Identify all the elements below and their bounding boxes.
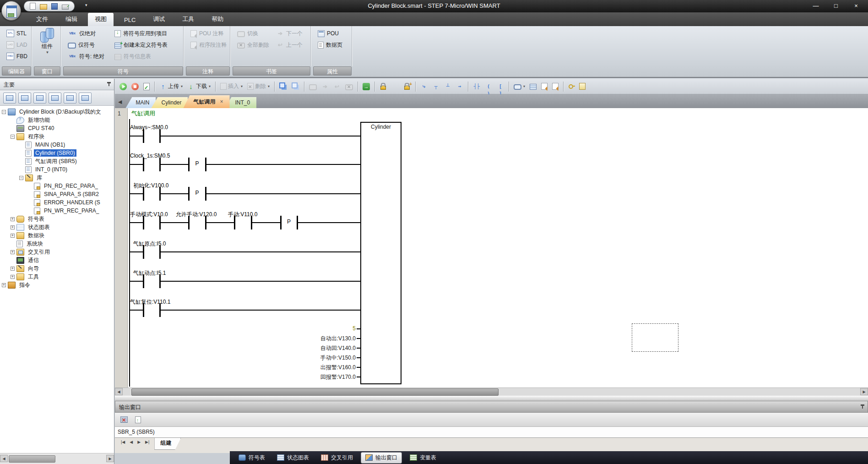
function-block[interactable] xyxy=(360,122,401,384)
statusbar-状态图表[interactable]: 状态图表 xyxy=(273,453,313,463)
toolbar-lock-add-button[interactable] xyxy=(401,80,412,93)
selection-rectangle[interactable] xyxy=(632,323,678,352)
nav-symbol-tool-button[interactable] xyxy=(3,93,16,104)
tree-item-交叉引用[interactable]: +交叉引用 xyxy=(0,248,114,256)
toolbar-download-button[interactable]: ↓下载▾ xyxy=(185,80,212,93)
ribbon-button-STL[interactable]: STLSTL xyxy=(5,28,29,38)
tree-item-Cylinder (SBR0)[interactable]: Cylinder (SBR0) xyxy=(0,149,114,157)
tree-item-INT_0 (INT0)[interactable]: INT_0 (INT0) xyxy=(0,165,114,174)
menu-调试[interactable]: 调试 xyxy=(146,13,172,26)
tree-item-SINA_PARA_S (SBR2[interactable]: SINA_PARA_S (SBR2 xyxy=(0,190,114,198)
tree-item-符号表[interactable]: +符号表 xyxy=(0,215,114,223)
collapse-icon[interactable]: − xyxy=(11,135,15,139)
tree-item-Cylinder Block (D:\Backup\我的文[interactable]: −Cylinder Block (D:\Backup\我的文 xyxy=(0,108,114,116)
maximize-button[interactable]: □ xyxy=(826,0,846,12)
toolbar-stop-button[interactable] xyxy=(130,80,141,93)
tree-item-向导[interactable]: +向导 xyxy=(0,264,114,273)
toolbar-password-button[interactable] xyxy=(566,80,576,93)
export-output-button[interactable] xyxy=(133,413,143,426)
scroll-right-icon[interactable]: ▶ xyxy=(106,455,114,462)
output-nav-3-button[interactable]: ▶| xyxy=(143,438,152,446)
tree-item-通信[interactable]: 通信 xyxy=(0,256,114,264)
menu-编辑[interactable]: 编辑 xyxy=(59,13,84,26)
toolbar-compile-button[interactable] xyxy=(141,80,152,93)
tree-item-气缸调用 (SBR5)[interactable]: 气缸调用 (SBR5) xyxy=(0,157,114,165)
toolbar-branch-merge-button[interactable]: ┬ xyxy=(430,80,441,93)
nav-grid-tool-button[interactable] xyxy=(49,93,61,104)
toolbar-insert-coil-button[interactable]: ( ) xyxy=(483,80,494,93)
tree-item-PN_WR_REC_PARA_[interactable]: PN_WR_REC_PARA_ xyxy=(0,207,114,215)
scrollbar-thumb[interactable] xyxy=(131,388,499,396)
sidebar-hscrollbar[interactable]: ◀ ▶ xyxy=(0,453,114,464)
tree-item-程序块[interactable]: −程序块 xyxy=(0,132,114,141)
toolbar-address-table-button[interactable] xyxy=(528,80,538,93)
statusbar-符号表[interactable]: 符号表 xyxy=(234,453,269,463)
toolbar-upload-button[interactable]: ↑上传▾ xyxy=(157,80,184,93)
menu-帮助[interactable]: 帮助 xyxy=(205,13,230,26)
menu-文件[interactable]: 文件 xyxy=(29,13,55,26)
ribbon-button-创建未定义符号表[interactable]: 创建未定义符号表 xyxy=(113,40,169,50)
scroll-right-icon[interactable]: ▶ xyxy=(860,388,868,395)
tab-气缸调用[interactable]: 气缸调用× xyxy=(183,95,229,108)
toolbar-insert-contact-button[interactable]: ┤├ xyxy=(471,80,482,93)
scroll-left-icon[interactable]: ◀ xyxy=(115,388,123,395)
toolbar-branch-up-button[interactable]: ┴ xyxy=(442,80,453,93)
toolbar-goto-button[interactable] xyxy=(361,80,372,93)
toolbar-branch-down-button[interactable]: ⤷ xyxy=(418,80,429,93)
ribbon-button-FBD[interactable]: FBDFBD xyxy=(5,51,29,61)
ribbon-button-POU[interactable]: POU xyxy=(316,28,344,38)
ribbon-button-仅符号[interactable]: 仅符号 xyxy=(66,40,106,50)
toolbar-pou-comment-toggle-button[interactable] xyxy=(539,80,549,93)
tab-Cylinder[interactable]: Cylinder xyxy=(151,97,188,108)
toolbar-line-right-button[interactable]: → xyxy=(454,80,465,93)
tab-scroll-left-icon[interactable]: ◀ xyxy=(118,99,122,105)
toolbar-tile-windows-button[interactable] xyxy=(290,80,301,93)
scrollbar-thumb[interactable] xyxy=(9,455,55,463)
toolbar-properties-button[interactable] xyxy=(577,80,587,93)
toolbar-cascade-windows-button[interactable] xyxy=(277,80,289,93)
output-nav-0-button[interactable]: |◀ xyxy=(119,438,127,446)
tree-item-系统块[interactable]: 系统块 xyxy=(0,240,114,248)
tree-item-数据块[interactable]: +数据块 xyxy=(0,231,114,240)
expand-icon[interactable]: + xyxy=(11,267,15,271)
tree-item-CPU ST40[interactable]: CPU ST40 xyxy=(0,124,114,132)
ribbon-button-符号: 绝对[interactable]: VBx符号: 绝对 xyxy=(66,51,106,61)
tab-INT_0[interactable]: INT_0 xyxy=(225,97,257,108)
tree-item-PN_RD_REC_PARA_[interactable]: PN_RD_REC_PARA_ xyxy=(0,182,114,190)
output-nav-1-button[interactable]: ◀ xyxy=(127,438,135,446)
toolbar-lock-button[interactable] xyxy=(378,80,389,93)
ribbon-button-仅绝对[interactable]: VBx仅绝对 xyxy=(66,28,106,38)
ribbon-button-将符号应用到项目[interactable]: 将符号应用到项目 xyxy=(113,28,169,38)
app-menu-button[interactable] xyxy=(1,1,21,21)
ribbon-button-组件[interactable]: 组件▼ xyxy=(35,28,60,55)
nav-monitor-tool-button[interactable] xyxy=(79,93,92,104)
close-button[interactable]: × xyxy=(846,0,866,12)
output-nav-2-button[interactable]: ▶ xyxy=(135,438,143,446)
scroll-left-icon[interactable]: ◀ xyxy=(0,455,8,462)
tree-item-ERROR_HANDLER (S[interactable]: ERROR_HANDLER (S xyxy=(0,198,114,207)
editor-hscrollbar[interactable]: ◀ ▶ xyxy=(115,388,868,396)
output-tab-组建[interactable]: 组建 xyxy=(154,438,181,450)
statusbar-交叉引用[interactable]: 交叉引用 xyxy=(317,453,357,463)
toolbar-unlock-button[interactable] xyxy=(390,80,401,93)
menu-工具[interactable]: 工具 xyxy=(175,13,201,26)
tree-item-状态图表[interactable]: +状态图表 xyxy=(0,223,114,231)
toolbar-run-button[interactable] xyxy=(118,80,129,93)
expand-icon[interactable]: + xyxy=(2,283,6,287)
tree-item-指令[interactable]: +指令 xyxy=(0,281,114,289)
toolbar-network-comment-toggle-button[interactable] xyxy=(550,80,560,93)
expand-icon[interactable]: + xyxy=(11,250,15,254)
nav-block-tool-button[interactable] xyxy=(33,93,46,104)
tree-item-库[interactable]: −库 xyxy=(0,174,114,182)
ribbon-button-数据页[interactable]: 数据页 xyxy=(316,40,344,50)
collapse-icon[interactable]: − xyxy=(2,110,6,114)
ladder-editor[interactable]: 1 气缸调用Always~:SM0.0ENPClock_1s:SM0.5一秒~P… xyxy=(115,108,868,388)
close-tab-icon[interactable]: × xyxy=(220,98,223,105)
tab-MAIN[interactable]: MAIN xyxy=(125,97,156,108)
output-splitter[interactable] xyxy=(115,396,868,401)
tree-item-工具[interactable]: +工具 xyxy=(0,273,114,281)
statusbar-变量表[interactable]: 变量表 xyxy=(406,453,440,463)
tree-item-新增功能[interactable]: 新增功能 xyxy=(0,116,114,124)
expand-icon[interactable]: + xyxy=(11,217,15,221)
tree-item-MAIN (OB1)[interactable]: MAIN (OB1) xyxy=(0,141,114,149)
